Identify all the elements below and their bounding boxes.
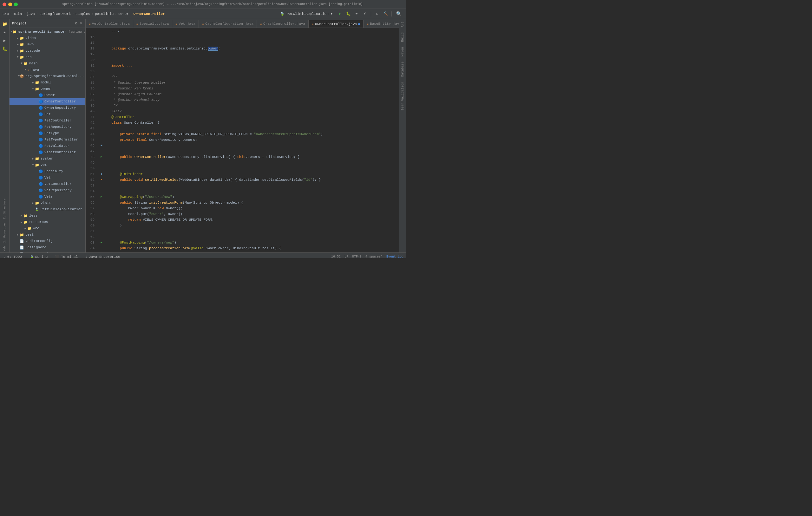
tree-visit[interactable]: ▶ 📁 visit (9, 200, 85, 206)
web-label[interactable]: Web (2, 245, 8, 253)
tree-org[interactable]: ▼ 📦 org.springframework.sampl... (9, 73, 85, 79)
run-view-button[interactable]: ▶ (1, 37, 8, 45)
tree-OwnerController[interactable]: ▶ 🔵 OwnerController (9, 98, 85, 105)
art-tab[interactable]: Art (400, 19, 405, 30)
tab-Vet[interactable]: ☕ Vet.java (172, 20, 199, 28)
tree-VisitController[interactable]: ▶ 🔵 VisitController (9, 149, 85, 155)
panel-close-icon[interactable]: ✕ (79, 20, 83, 26)
tree-idea[interactable]: ▶ 📁 .idea (9, 35, 85, 41)
tree-src[interactable]: ▼ 📁 src (9, 54, 85, 60)
tree-model[interactable]: ▶ 📁 model (9, 79, 85, 86)
tree-VetController[interactable]: ▶ 🔵 VetController (9, 181, 85, 187)
java-icon: ☕ (89, 22, 91, 26)
separator (371, 11, 371, 17)
tab-CacheConfiguration[interactable]: ☕ CacheConfiguration.java (199, 20, 257, 28)
database-tab[interactable]: Database (400, 59, 405, 79)
tree-label: less (29, 214, 37, 218)
tree-vet[interactable]: ▼ 📁 vet (9, 162, 85, 168)
spring-icon: 🍃 (29, 255, 34, 258)
tab-OwnerController[interactable]: ☕ OwnerController.java (309, 20, 364, 28)
project-view-button[interactable]: 📁 (1, 20, 8, 28)
tab-CrashController[interactable]: ☕ CrashController.java (257, 20, 309, 28)
build-tab[interactable]: Build (400, 30, 405, 45)
bean-validation-tab[interactable]: Bean Validation (400, 79, 405, 113)
minimize-button[interactable] (8, 3, 12, 6)
run-button[interactable]: ▶ (337, 10, 344, 18)
close-button[interactable] (3, 3, 6, 6)
event-log[interactable]: Event Log (386, 255, 403, 258)
tree-PetTypeFormatter[interactable]: ▶ 🔵 PetTypeFormatter (9, 136, 85, 143)
code-line: if (result.hasErrors()) { (107, 251, 397, 253)
tree-gitignore[interactable]: ▶ 📄 .gitignore (9, 244, 85, 251)
tree-editorconfig[interactable]: ▶ 📄 .editorconfig (9, 238, 85, 244)
profile-button[interactable]: ⚡ (361, 10, 368, 18)
tree-main[interactable]: ▼ 📁 main (9, 60, 85, 66)
tree-arrow: ▶ (16, 43, 20, 46)
code-line (107, 143, 397, 148)
code-editor[interactable]: .../ package org.springframework.samples… (105, 28, 399, 253)
spring-tab[interactable]: 🍃 Spring (28, 254, 49, 258)
debug-view-button[interactable]: 🐛 (1, 45, 8, 53)
code-line: @Controller (107, 114, 397, 120)
tree-Specialty[interactable]: ▶ 🔵 Specialty (9, 168, 85, 174)
window-controls[interactable] (3, 3, 18, 6)
search-everywhere-button[interactable]: 🔍 (394, 10, 403, 17)
tab-BaseEntity[interactable]: ☕ BaseEntity.java (364, 20, 399, 28)
breadcrumb-springframework: springframework (39, 12, 71, 16)
tree-Pet[interactable]: ▶ 🔵 Pet (9, 111, 85, 117)
tree-less[interactable]: ▶ 📁 less (9, 212, 85, 219)
tree-label: PetTypeFormatter (45, 138, 78, 141)
tree-arrow: ▼ (16, 56, 20, 59)
structure-label[interactable]: Z: Structure (2, 197, 8, 221)
debug-button[interactable]: 🐛 (345, 10, 352, 18)
tree-OwnerRepository[interactable]: ▶ 🔵 OwnerRepository (9, 105, 85, 111)
tree-arrow: ▶ (16, 233, 20, 237)
todo-tab[interactable]: ✓ 6: TODO (3, 254, 23, 258)
tree-PetRepository[interactable]: ▶ 🔵 PetRepository (9, 124, 85, 130)
run-with-coverage[interactable]: ☂ (353, 10, 360, 18)
breadcrumb-java: java (26, 12, 35, 16)
tree-travis[interactable]: ▶ 📄 .travis.yml (9, 251, 85, 253)
tree-owner[interactable]: ▼ 📁 owner (9, 86, 85, 92)
build-button[interactable]: 🔨 (382, 10, 389, 18)
tree-mvn[interactable]: ▶ 📁 .mvn (9, 41, 85, 48)
tree-arrow: ▼ (31, 163, 35, 167)
project-root-label: spring-petclinic-master [spring-petcl...… (18, 30, 85, 34)
tree-PetType[interactable]: ▶ 🔵 PetType (9, 130, 85, 136)
tree-Vet[interactable]: ▶ 🔵 Vet (9, 174, 85, 181)
class-icon: 🔵 (39, 93, 43, 97)
terminal-tab[interactable]: ⬛ Terminal (54, 254, 79, 258)
favorites-label[interactable]: 2: Favorites (2, 221, 8, 244)
panel-settings-icon[interactable]: ⚙ (75, 20, 78, 26)
code-line: @GetMapping("/owners/new") (107, 194, 397, 200)
tree-system[interactable]: ▶ 📁 system (9, 155, 85, 162)
tree-wro[interactable]: ▶ 📁 wro (9, 225, 85, 231)
favorites-button[interactable]: ★ (1, 29, 8, 36)
tree-test[interactable]: ▶ 📁 test (9, 231, 85, 238)
tree-vscode[interactable]: ▶ 📁 .vscode (9, 48, 85, 54)
line-numbers: 1617181920323334353637383940414243444546… (86, 28, 98, 253)
tree-PetClinicApp[interactable]: ▶ 🍃 PetClinicApplication (9, 206, 85, 212)
tree-Vets[interactable]: ▶ 🔵 Vets (9, 194, 85, 200)
tree-PetValidator[interactable]: ▶ 🔵 PetValidator (9, 143, 85, 149)
tree-Owner[interactable]: ▶ 🔵 Owner (9, 92, 85, 98)
maven-tab[interactable]: Maven (400, 45, 405, 59)
tree-arrow: ▶ (24, 227, 27, 230)
file-icon: 📄 (20, 246, 24, 250)
tree-PetController[interactable]: ▶ 🔵 PetController (9, 117, 85, 124)
tree-root[interactable]: ▼ 📁 spring-petclinic-master [spring-petc… (9, 29, 85, 35)
tab-Specialty[interactable]: ☕ Specialty.java (133, 20, 172, 28)
java-icon: ☕ (136, 22, 138, 26)
terminal-label: Terminal (61, 255, 78, 258)
run-config-selector[interactable]: 🍃 PetClinicApplication ▾ (278, 10, 335, 18)
tree-java[interactable]: ▼ ☕ java (9, 66, 85, 73)
maximize-button[interactable] (14, 3, 18, 6)
java-enterprise-label: Java Enterprise (89, 255, 120, 258)
tree-VetRepository[interactable]: ▶ 🔵 VetRepository (9, 187, 85, 194)
java-icon: ☕ (312, 22, 314, 26)
panel-title: Project (12, 22, 73, 25)
java-enterprise-tab[interactable]: ☕ Java Enterprise (84, 254, 121, 258)
update-button[interactable]: ↻ (374, 10, 381, 18)
tree-resources[interactable]: ▶ 📁 resources (9, 219, 85, 225)
tab-VetController[interactable]: ☕ VetController.java (86, 20, 133, 28)
